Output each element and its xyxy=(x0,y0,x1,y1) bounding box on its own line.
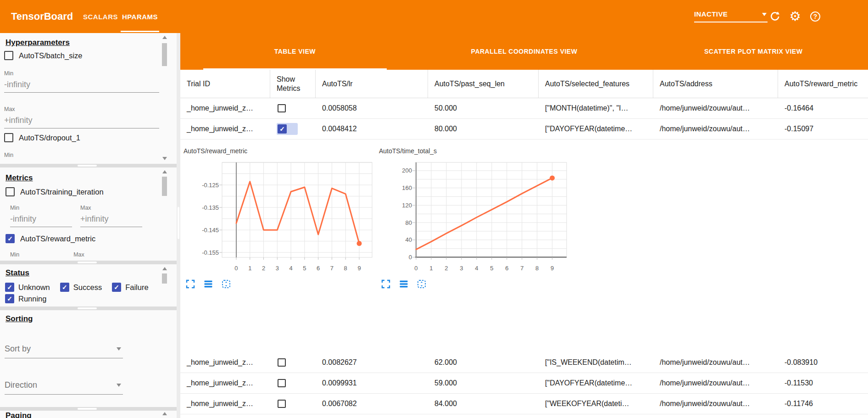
expand-chart-icon[interactable] xyxy=(381,279,390,289)
metric-training-iteration-checkbox[interactable] xyxy=(6,187,15,196)
tab-parallel-coordinates-view[interactable]: PARALLEL COORDINATES VIEW xyxy=(410,33,639,70)
table-header-row: Trial ID Show Metrics AutoTS/lr AutoTS/p… xyxy=(180,70,868,98)
run-selector[interactable]: INACTIVE xyxy=(694,6,768,22)
svg-text:4: 4 xyxy=(289,265,292,272)
batch-size-min-field[interactable]: Min -infinity xyxy=(4,70,159,93)
cell-past-seq-len: 84.000 xyxy=(428,394,539,414)
svg-text:2: 2 xyxy=(445,265,448,272)
help-icon: ? xyxy=(810,11,820,22)
show-metrics-checkbox[interactable] xyxy=(278,358,286,367)
metric-min-field[interactable]: Min -infinity xyxy=(10,205,72,227)
active-tab-indicator xyxy=(121,31,159,32)
scroll-up-icon[interactable] xyxy=(162,36,167,39)
param-batch-size-checkbox[interactable] xyxy=(4,51,13,60)
status-success-checkbox[interactable]: ✓ xyxy=(60,283,69,292)
cell-past-seq-len: 59.000 xyxy=(428,373,539,393)
section-resize-handle[interactable] xyxy=(78,165,97,167)
section-divider xyxy=(0,307,177,310)
max-input[interactable]: +infinity xyxy=(4,116,159,128)
svg-text:-0.155: -0.155 xyxy=(202,249,219,256)
paging-header: Paging xyxy=(6,411,32,418)
column-header-address: AutoTS/address xyxy=(653,70,778,98)
cell-address: /home/junweid/zouwu/aut… xyxy=(653,352,778,373)
cell-selected-features: ["IS_WEEKEND(datetim… xyxy=(539,352,653,373)
section-scrollbar xyxy=(161,167,168,261)
min-input[interactable]: -infinity xyxy=(4,80,159,93)
svg-text:40: 40 xyxy=(406,236,412,243)
tab-scalars[interactable]: SCALARS xyxy=(81,0,120,33)
svg-text:120: 120 xyxy=(402,202,412,209)
cell-lr: 0.0058058 xyxy=(316,98,428,118)
sidebar-section-sorting: Sorting Sort by Direction xyxy=(0,310,177,407)
reward-metric-chart[interactable]: -0.125-0.135-0.145-0.1550123456789 xyxy=(183,158,380,278)
status-unknown-label: Unknown xyxy=(18,283,50,292)
status-failure-label: Failure xyxy=(125,283,148,292)
sort-by-select[interactable]: Sort by xyxy=(5,344,123,358)
min-label: Min xyxy=(4,152,13,158)
param-dropout-checkbox[interactable] xyxy=(4,133,13,142)
table-rows-top: _home_junweid_z…0.005805850.000["MONTH(d… xyxy=(180,98,868,139)
scroll-up-icon[interactable] xyxy=(162,412,167,415)
sidebar-resize-handle[interactable] xyxy=(178,207,179,239)
cell-address: /home/junweid/zouwu/aut… xyxy=(653,119,778,139)
max-input[interactable]: +infinity xyxy=(80,214,142,227)
svg-text:4: 4 xyxy=(475,265,478,272)
metric-reward-checkbox[interactable]: ✓ xyxy=(6,234,15,243)
section-resize-handle[interactable] xyxy=(78,307,97,309)
metric-min-max-labels: Min Max xyxy=(10,251,148,258)
direction-select[interactable]: Direction xyxy=(5,380,123,395)
metric-max-field[interactable]: Max +infinity xyxy=(80,205,142,227)
metric-reward-label: AutoTS/reward_metric xyxy=(20,234,95,243)
svg-text:0: 0 xyxy=(409,254,412,261)
show-metrics-checkbox[interactable] xyxy=(278,379,286,387)
data-rows-icon[interactable] xyxy=(399,279,408,289)
max-label: Max xyxy=(73,251,84,258)
scrollbar-thumb[interactable] xyxy=(162,273,167,284)
status-success-label: Success xyxy=(73,283,102,292)
direction-placeholder: Direction xyxy=(5,380,37,390)
hyperparameters-header: Hyperparameters xyxy=(6,38,70,47)
batch-size-max-field[interactable]: Max +infinity xyxy=(4,106,159,128)
scrollbar-thumb[interactable] xyxy=(162,43,167,66)
svg-text:3: 3 xyxy=(460,265,463,272)
tab-table-view[interactable]: TABLE VIEW xyxy=(180,33,410,70)
pan-zoom-icon[interactable] xyxy=(222,279,231,289)
section-resize-handle[interactable] xyxy=(78,408,97,410)
status-running-checkbox[interactable]: ✓ xyxy=(5,294,14,303)
settings-button[interactable]: ⚙ xyxy=(785,0,805,33)
status-failure-checkbox[interactable]: ✓ xyxy=(112,283,121,292)
scroll-up-icon[interactable] xyxy=(162,170,167,173)
column-header-reward-metric: AutoTS/reward_metric xyxy=(778,70,868,98)
show-metrics-checkbox[interactable]: ✓ xyxy=(278,124,287,134)
cell-address: /home/junweid/zouwu/aut… xyxy=(653,394,778,414)
refresh-button[interactable] xyxy=(766,0,784,33)
show-metrics-checkbox[interactable] xyxy=(278,400,286,408)
show-metrics-checkbox[interactable] xyxy=(278,104,286,112)
tab-hparams[interactable]: HPARAMS xyxy=(121,0,159,33)
status-unknown-checkbox[interactable]: ✓ xyxy=(5,283,14,292)
sidebar-resize-gutter xyxy=(177,33,180,418)
max-label: Max xyxy=(4,106,159,112)
tab-scatter-plot-matrix-view[interactable]: SCATTER PLOT MATRIX VIEW xyxy=(639,33,868,70)
scroll-up-icon[interactable] xyxy=(162,267,167,270)
cell-reward-metric: -0.083910 xyxy=(778,352,868,373)
sidebar-section-paging: Paging xyxy=(0,411,177,418)
min-label: Min xyxy=(10,205,72,211)
pan-zoom-icon[interactable] xyxy=(417,279,426,289)
help-button[interactable]: ? xyxy=(807,0,824,33)
min-input[interactable]: -infinity xyxy=(10,214,72,227)
section-resize-handle[interactable] xyxy=(78,262,97,263)
cell-reward-metric: -0.11530 xyxy=(778,373,868,393)
expand-chart-icon[interactable] xyxy=(186,279,195,289)
time-total-chart[interactable]: 040801201602000123456789 xyxy=(376,158,573,278)
cell-lr: 0.0099931 xyxy=(316,373,428,393)
scrollbar-thumb[interactable] xyxy=(162,177,167,196)
data-rows-icon[interactable] xyxy=(204,279,213,289)
svg-text:8: 8 xyxy=(344,265,347,272)
chart-controls xyxy=(381,279,426,289)
chevron-down-icon xyxy=(117,347,121,351)
column-header-lr: AutoTS/lr xyxy=(316,70,428,98)
metrics-header: Metrics xyxy=(6,173,33,183)
scroll-down-icon[interactable] xyxy=(162,157,167,160)
svg-text:80: 80 xyxy=(406,219,412,226)
